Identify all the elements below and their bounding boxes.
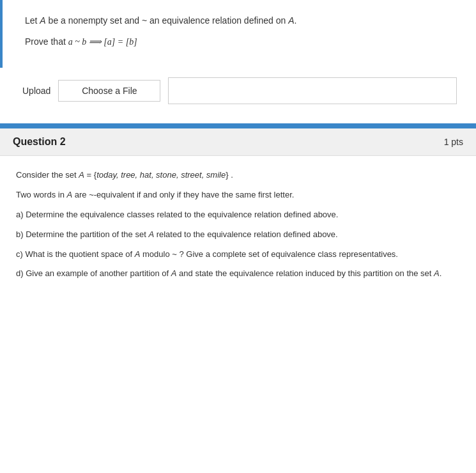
q1-A1: A	[40, 15, 45, 26]
question-2-pts: 1 pts	[444, 137, 463, 147]
q2-para2-A: A	[66, 190, 72, 199]
q2-para1-A: A	[79, 170, 84, 180]
q2-para2: Two words in A are ~-equivalent if and o…	[16, 189, 460, 202]
q1-line2-prefix: Prove that	[25, 36, 68, 47]
q1-math: a ~ b ⟹ [a] = [b]	[68, 37, 137, 47]
question-1-content: Let A be a nonempty set and ~ an equival…	[0, 0, 476, 68]
q1-line1-middle: be a nonempty set and ~ an equivalence r…	[46, 15, 288, 26]
q1-line1-suffix: .	[295, 15, 297, 26]
q1-A2: A	[288, 15, 294, 26]
q2-para4: b) Determine the partition of the set A …	[16, 228, 460, 242]
question-2-body: Consider the set A = {today, tree, hat, …	[0, 156, 476, 300]
upload-filename-box	[168, 77, 457, 104]
page-container: Let A be a nonempty set and ~ an equival…	[0, 0, 476, 300]
q2-para6: d) Give an example of another partition …	[16, 267, 460, 281]
section-divider	[0, 123, 476, 128]
choose-file-button[interactable]: Choose a File	[58, 80, 160, 102]
q1-line2: Prove that a ~ b ⟹ [a] = [b]	[25, 34, 457, 50]
q2-para3: a) Determine the equivalence classes rel…	[16, 208, 460, 222]
upload-label: Upload	[22, 86, 50, 96]
question-2-title: Question 2	[13, 136, 66, 148]
q2-para1: Consider the set A = {today, tree, hat, …	[16, 169, 460, 182]
q1-line1-prefix: Let	[25, 15, 40, 26]
q1-line1: Let A be a nonempty set and ~ an equival…	[25, 13, 457, 29]
question-2-header: Question 2 1 pts	[0, 128, 476, 156]
q2-para5: c) What is the quotient space of A modul…	[16, 248, 460, 261]
upload-section: Upload Choose a File	[0, 68, 476, 123]
